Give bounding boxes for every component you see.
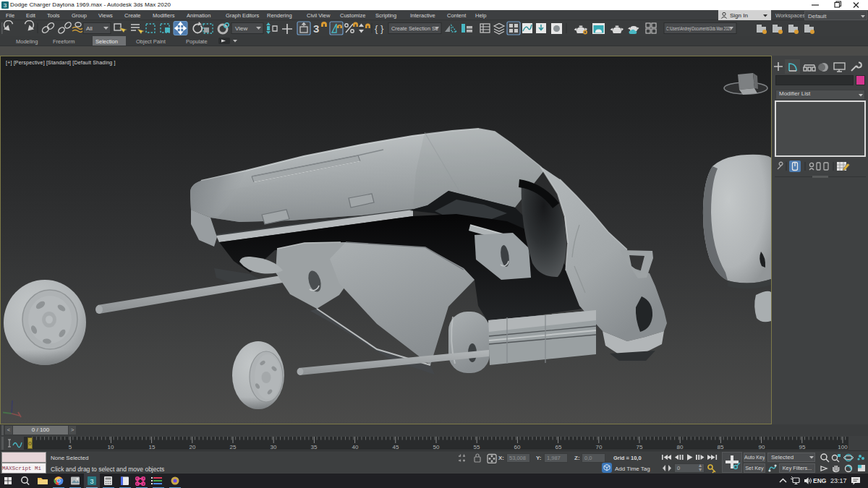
svg-text:C:\Users\Andrey\Documents\3ds: C:\Users\Andrey\Documents\3ds Max 2020 — [666, 26, 731, 32]
svg-text:60: 60 — [514, 444, 521, 450]
svg-text:30: 30 — [271, 444, 277, 450]
svg-text:55: 55 — [474, 444, 480, 450]
svg-text:65: 65 — [556, 444, 562, 450]
svg-text:85: 85 — [718, 444, 724, 450]
svg-text:40: 40 — [352, 444, 359, 450]
svg-text:3: 3 — [313, 22, 319, 35]
svg-text:3: 3 — [4, 2, 7, 9]
svg-text:20: 20 — [190, 444, 196, 450]
svg-text:3: 3 — [90, 478, 93, 485]
svg-text:80: 80 — [677, 444, 684, 450]
svg-text:10: 10 — [108, 444, 114, 450]
svg-text:90: 90 — [759, 444, 765, 450]
svg-text:75: 75 — [637, 444, 643, 450]
svg-text:25: 25 — [230, 444, 237, 450]
svg-text:{ }: { } — [375, 23, 384, 34]
svg-text:95: 95 — [799, 444, 806, 450]
svg-text:View: View — [235, 25, 247, 32]
svg-text:All: All — [86, 25, 93, 32]
svg-text:100: 100 — [838, 444, 848, 450]
svg-text:35: 35 — [311, 444, 318, 450]
svg-text:Create Selection Se: Create Selection Se — [391, 25, 438, 32]
svg-text:5: 5 — [69, 444, 72, 450]
svg-text:15: 15 — [149, 444, 156, 450]
svg-text:50: 50 — [433, 444, 440, 450]
svg-text:70: 70 — [596, 444, 603, 450]
svg-text:45: 45 — [393, 444, 399, 450]
